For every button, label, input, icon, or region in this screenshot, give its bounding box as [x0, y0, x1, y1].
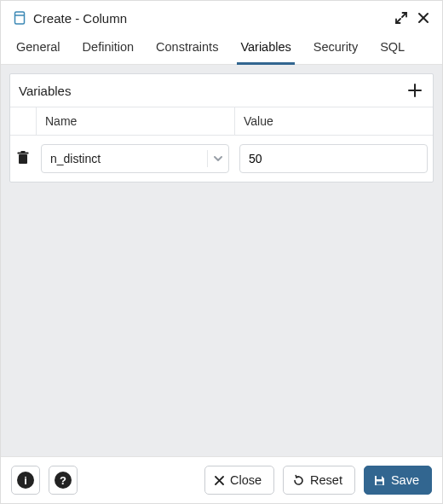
- svg-rect-0: [15, 12, 25, 24]
- dialog-footer: i ? Close Reset Save: [1, 456, 442, 503]
- help-icon: ?: [55, 472, 72, 489]
- tab-variables[interactable]: Variables: [237, 33, 294, 65]
- variables-panel: Variables Name Value: [9, 73, 434, 182]
- svg-rect-12: [377, 481, 383, 484]
- tabs: General Definition Constraints Variables…: [1, 33, 442, 65]
- save-icon: [373, 474, 386, 487]
- col-header-value: Value: [234, 107, 433, 135]
- value-input[interactable]: [239, 144, 428, 173]
- tab-constraints[interactable]: Constraints: [152, 33, 222, 65]
- table-row: n_distinct: [10, 136, 433, 182]
- chevron-down-icon: [207, 150, 223, 167]
- reset-button[interactable]: Reset: [283, 466, 355, 495]
- help-button[interactable]: ?: [49, 466, 78, 495]
- add-row-button[interactable]: [406, 81, 424, 100]
- svg-rect-11: [377, 476, 382, 479]
- dialog-body: Variables Name Value: [1, 65, 442, 456]
- tab-security[interactable]: Security: [310, 33, 361, 65]
- info-icon: i: [17, 472, 34, 489]
- titlebar: Create - Column: [1, 1, 442, 33]
- x-icon: [214, 475, 225, 486]
- svg-rect-8: [21, 151, 26, 153]
- grid-header: Name Value: [10, 107, 433, 136]
- name-select[interactable]: n_distinct: [41, 144, 229, 173]
- reset-button-label: Reset: [310, 473, 342, 487]
- info-button[interactable]: i: [11, 466, 40, 495]
- col-header-name: Name: [36, 107, 234, 135]
- window-title: Create - Column: [33, 11, 388, 26]
- tab-general[interactable]: General: [13, 33, 64, 65]
- name-select-value: n_distinct: [50, 152, 101, 165]
- expand-icon[interactable]: [393, 9, 410, 26]
- close-button-label: Close: [230, 473, 262, 487]
- panel-header: Variables: [10, 74, 433, 107]
- column-icon: [11, 9, 28, 26]
- save-button[interactable]: Save: [364, 466, 432, 495]
- variables-grid: Name Value n_distinct: [10, 107, 433, 182]
- col-header-delete: [10, 114, 36, 128]
- close-icon[interactable]: [415, 9, 432, 26]
- tab-sql[interactable]: SQL: [377, 33, 408, 65]
- panel-title: Variables: [19, 84, 71, 98]
- tab-definition[interactable]: Definition: [79, 33, 137, 65]
- svg-rect-6: [19, 154, 27, 164]
- reset-icon: [292, 474, 305, 487]
- save-button-label: Save: [391, 473, 419, 487]
- trash-icon[interactable]: [17, 151, 29, 167]
- close-button[interactable]: Close: [204, 466, 274, 495]
